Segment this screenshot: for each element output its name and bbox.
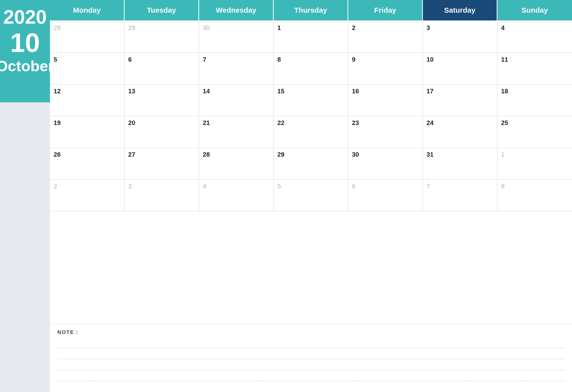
cal-cell-week3-day5: 24 [423, 116, 497, 148]
cal-cell-week2-day2: 14 [199, 85, 274, 116]
day-number: 30 [203, 24, 210, 31]
cal-cell-week0-day3: 1 [274, 21, 348, 53]
day-header-sunday: Sunday [497, 0, 572, 21]
day-number: 7 [203, 56, 206, 63]
day-number: 13 [128, 87, 135, 95]
day-number: 1 [277, 24, 281, 31]
day-number: 10 [427, 56, 434, 63]
cal-cell-week3-day6: 25 [497, 116, 572, 148]
cal-cell-week4-day3: 29 [274, 148, 348, 180]
day-number: 14 [203, 87, 210, 95]
cal-cell-week5-day0: 2 [50, 180, 125, 211]
day-number: 2 [54, 183, 57, 190]
day-number: 1 [501, 151, 505, 158]
note-line-3 [57, 360, 565, 370]
day-number: 3 [128, 183, 132, 190]
cal-cell-week2-day0: 12 [50, 85, 125, 116]
day-number: 17 [427, 87, 434, 95]
note-line-4 [57, 371, 565, 381]
day-number: 3 [427, 24, 430, 31]
cal-cell-week1-day1: 6 [125, 53, 199, 85]
day-number: 8 [277, 56, 281, 63]
day-number: 6 [352, 183, 355, 190]
day-number: 26 [54, 151, 61, 158]
note-line-1 [57, 338, 565, 348]
day-number: 15 [277, 87, 285, 95]
cal-cell-week4-day2: 28 [199, 148, 274, 180]
notes-label: NOTE： [57, 329, 565, 336]
day-number: 27 [128, 151, 135, 158]
cal-cell-week4-day4: 30 [348, 148, 423, 180]
note-line-2 [57, 349, 565, 359]
cal-cell-week2-day6: 18 [497, 85, 572, 116]
cal-cell-week3-day1: 20 [125, 116, 199, 148]
day-headers-row: MondayTuesdayWednesdayThursdayFridaySatu… [50, 0, 572, 21]
day-number: 7 [427, 183, 430, 190]
month-name-display: October [0, 59, 54, 74]
cal-cell-week3-day4: 23 [348, 116, 423, 148]
day-number: 9 [352, 56, 355, 63]
cal-cell-week0-day5: 3 [423, 21, 497, 53]
day-number: 5 [277, 183, 281, 190]
day-number: 12 [54, 87, 61, 95]
day-number: 11 [501, 56, 508, 63]
day-number: 20 [128, 119, 135, 126]
day-header-tuesday: Tuesday [125, 0, 199, 21]
day-number: 8 [501, 183, 505, 190]
day-number: 29 [277, 151, 285, 158]
cal-cell-week0-day0: 28 [50, 21, 125, 53]
cal-cell-week4-day0: 26 [50, 148, 125, 180]
day-number: 2 [352, 24, 355, 31]
day-number: 4 [203, 183, 206, 190]
cal-cell-week5-day2: 4 [199, 180, 274, 211]
day-header-friday: Friday [348, 0, 423, 21]
notes-section: NOTE： [50, 324, 572, 392]
year-display: 2020 [3, 7, 47, 27]
day-header-saturday: Saturday [423, 0, 497, 21]
day-number: 25 [501, 119, 508, 126]
cal-cell-week1-day0: 5 [50, 53, 125, 85]
day-number: 23 [352, 119, 359, 126]
cal-cell-week0-day4: 2 [348, 21, 423, 53]
day-number: 5 [54, 56, 57, 63]
cal-cell-week5-day4: 6 [348, 180, 423, 211]
cal-cell-week0-day2: 30 [199, 21, 274, 53]
cal-cell-week0-day1: 29 [125, 21, 199, 53]
day-header-wednesday: Wednesday [199, 0, 274, 21]
day-number: 31 [427, 151, 434, 158]
cal-cell-week5-day5: 7 [423, 180, 497, 211]
cal-cell-week1-day4: 9 [348, 53, 423, 85]
day-number: 30 [352, 151, 359, 158]
day-number: 16 [352, 87, 359, 95]
main-calendar: MondayTuesdayWednesdayThursdayFridaySatu… [50, 0, 572, 392]
cal-cell-week2-day4: 16 [348, 85, 423, 116]
cal-cell-week5-day6: 8 [497, 180, 572, 211]
day-number: 28 [203, 151, 210, 158]
day-number: 22 [277, 119, 285, 126]
cal-cell-week3-day0: 19 [50, 116, 125, 148]
cal-cell-week2-day5: 17 [423, 85, 497, 116]
cal-cell-week1-day3: 8 [274, 53, 348, 85]
cal-cell-week1-day5: 10 [423, 53, 497, 85]
month-number-display: 10 [10, 29, 40, 56]
calendar-page: 2020 10 October MondayTuesdayWednesdayTh… [0, 0, 572, 392]
day-header-thursday: Thursday [274, 0, 348, 21]
day-number: 6 [128, 56, 132, 63]
day-number: 29 [128, 24, 135, 31]
sidebar: 2020 10 October [0, 0, 50, 392]
day-number: 4 [501, 24, 505, 31]
day-number: 21 [203, 119, 210, 126]
calendar-grid: 2829301234567891011121314151617181920212… [50, 21, 572, 324]
cal-cell-week5-day3: 5 [274, 180, 348, 211]
cal-cell-week2-day3: 15 [274, 85, 348, 116]
cal-cell-week4-day5: 31 [423, 148, 497, 180]
cal-cell-week3-day3: 22 [274, 116, 348, 148]
day-number: 28 [54, 24, 61, 31]
cal-cell-week0-day6: 4 [497, 21, 572, 53]
cal-cell-week3-day2: 21 [199, 116, 274, 148]
cal-cell-week1-day6: 11 [497, 53, 572, 85]
day-number: 18 [501, 87, 508, 95]
cal-cell-week4-day1: 27 [125, 148, 199, 180]
day-number: 19 [54, 119, 61, 126]
cal-cell-week5-day1: 3 [125, 180, 199, 211]
